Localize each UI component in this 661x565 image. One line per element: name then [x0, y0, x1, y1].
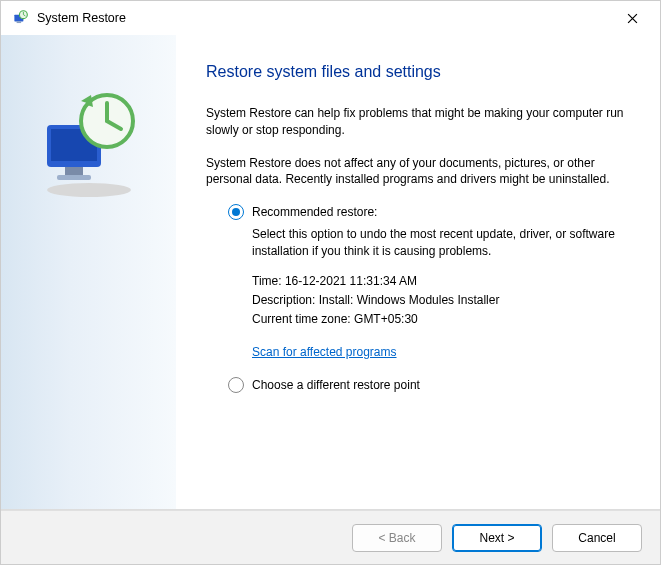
svg-rect-1 — [17, 21, 22, 23]
wizard-footer: < Back Next > Cancel — [1, 510, 660, 564]
window-title: System Restore — [37, 11, 610, 25]
restore-options: Recommended restore: Select this option … — [206, 204, 630, 393]
next-button[interactable]: Next > — [452, 524, 542, 552]
close-button[interactable] — [610, 3, 654, 33]
system-restore-window: System Restore Restore system file — [0, 0, 661, 565]
intro-paragraph-1: System Restore can help fix problems tha… — [206, 105, 630, 139]
restore-description: Description: Install: Windows Modules In… — [252, 293, 630, 307]
scan-affected-link[interactable]: Scan for affected programs — [252, 345, 397, 359]
option-different-label: Choose a different restore point — [252, 378, 420, 392]
option-recommended-body: Select this option to undo the most rece… — [228, 226, 630, 359]
restore-time: Time: 16-12-2021 11:31:34 AM — [252, 274, 630, 288]
intro-paragraph-2: System Restore does not affect any of yo… — [206, 155, 630, 189]
main-panel: Restore system files and settings System… — [176, 35, 660, 509]
page-heading: Restore system files and settings — [206, 63, 630, 81]
svg-rect-7 — [57, 175, 91, 180]
back-button: < Back — [352, 524, 442, 552]
option-recommended-label: Recommended restore: — [252, 205, 377, 219]
titlebar: System Restore — [1, 1, 660, 35]
recommended-desc: Select this option to undo the most rece… — [252, 226, 630, 260]
system-restore-icon — [11, 9, 29, 27]
wizard-sidebar — [1, 35, 176, 509]
restore-timezone: Current time zone: GMT+05:30 — [252, 312, 630, 326]
cancel-button[interactable]: Cancel — [552, 524, 642, 552]
dialog-body: Restore system files and settings System… — [1, 35, 660, 510]
radio-different[interactable] — [228, 377, 244, 393]
option-different[interactable]: Choose a different restore point — [228, 377, 630, 393]
radio-recommended[interactable] — [228, 204, 244, 220]
restore-illustration-icon — [29, 85, 149, 205]
option-recommended[interactable]: Recommended restore: — [228, 204, 630, 220]
svg-point-3 — [47, 183, 131, 197]
svg-rect-6 — [65, 167, 83, 175]
